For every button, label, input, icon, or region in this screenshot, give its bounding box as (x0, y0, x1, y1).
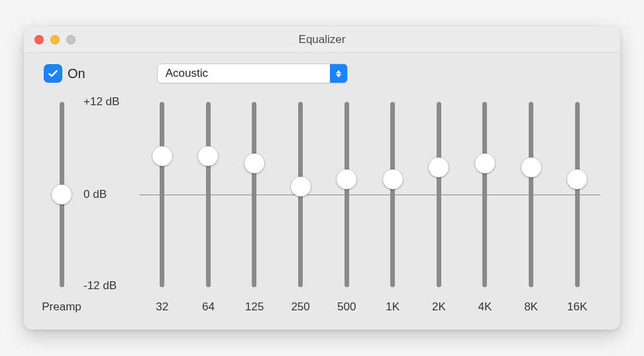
preset-dropdown[interactable]: Acoustic (157, 64, 348, 83)
band-freq-label: 1K (386, 300, 400, 314)
band-slider[interactable] (244, 95, 264, 294)
band-slider[interactable] (567, 95, 587, 294)
scale-min-label: -12 dB (80, 279, 139, 292)
eq-on-label: On (68, 66, 85, 81)
band-knob[interactable] (383, 169, 403, 189)
caret-up-icon (336, 70, 341, 73)
band-slider[interactable] (152, 95, 172, 294)
band-column: 32 (139, 95, 186, 314)
band-column: 8K (508, 95, 555, 314)
eq-toggle-group: On (44, 64, 85, 83)
scale-mid-label: 0 dB (80, 188, 139, 201)
band-freq-label: 125 (245, 300, 264, 314)
band-freq-label: 64 (202, 300, 215, 314)
minimize-button[interactable] (50, 35, 60, 44)
band-slider[interactable] (475, 95, 495, 294)
band-knob[interactable] (567, 169, 587, 189)
check-icon (47, 67, 59, 79)
zoom-button[interactable] (66, 35, 76, 44)
scale-column: +12 dB 0 dB -12 dB (80, 95, 139, 307)
band-column: 500 (323, 95, 370, 314)
band-freq-label: 8K (524, 300, 538, 314)
band-freq-label: 4K (478, 300, 492, 314)
band-slider[interactable] (198, 95, 218, 294)
band-slider[interactable] (383, 95, 403, 294)
caret-down-icon (336, 74, 341, 77)
band-knob[interactable] (521, 157, 541, 177)
preset-stepper-arrows-icon (330, 64, 347, 83)
band-column: 4K (462, 95, 508, 314)
band-sliders: 32641252505001K2K4K8K16K (139, 95, 600, 314)
preamp-knob[interactable] (52, 185, 72, 204)
band-slider[interactable] (521, 95, 541, 294)
equalizer-window: Equalizer On Acoustic Pr (24, 26, 620, 330)
band-slider[interactable] (291, 95, 311, 294)
preamp-label: Preamp (42, 300, 81, 314)
band-slider[interactable] (429, 95, 449, 294)
band-knob[interactable] (152, 146, 172, 166)
controls-row: On Acoustic (24, 53, 620, 89)
band-knob[interactable] (475, 154, 495, 173)
band-column: 16K (554, 95, 600, 314)
scale-max-label: +12 dB (80, 95, 139, 109)
preset-selected-label: Acoustic (158, 64, 330, 83)
eq-on-checkbox[interactable] (44, 64, 62, 83)
close-button[interactable] (34, 35, 44, 44)
band-knob[interactable] (291, 177, 311, 197)
band-column: 2K (416, 95, 462, 314)
band-knob[interactable] (244, 154, 264, 173)
band-slider[interactable] (337, 95, 356, 294)
titlebar[interactable]: Equalizer (24, 26, 620, 53)
band-column: 250 (278, 95, 324, 314)
preamp-slider[interactable] (52, 95, 72, 294)
band-freq-label: 250 (291, 300, 309, 314)
band-knob[interactable] (198, 146, 218, 166)
band-freq-label: 2K (432, 300, 446, 314)
eq-body: Preamp +12 dB 0 dB -12 dB 32641252505001… (24, 89, 620, 330)
preamp-column: Preamp (44, 95, 80, 314)
band-freq-label: 32 (156, 300, 168, 314)
band-freq-label: 16K (567, 300, 587, 314)
band-freq-label: 500 (337, 300, 356, 314)
band-knob[interactable] (429, 157, 449, 177)
band-knob[interactable] (337, 169, 356, 189)
traffic-lights (34, 35, 76, 44)
band-column: 125 (231, 95, 278, 314)
window-title: Equalizer (33, 33, 611, 46)
band-column: 1K (370, 95, 416, 314)
band-column: 64 (186, 95, 232, 314)
